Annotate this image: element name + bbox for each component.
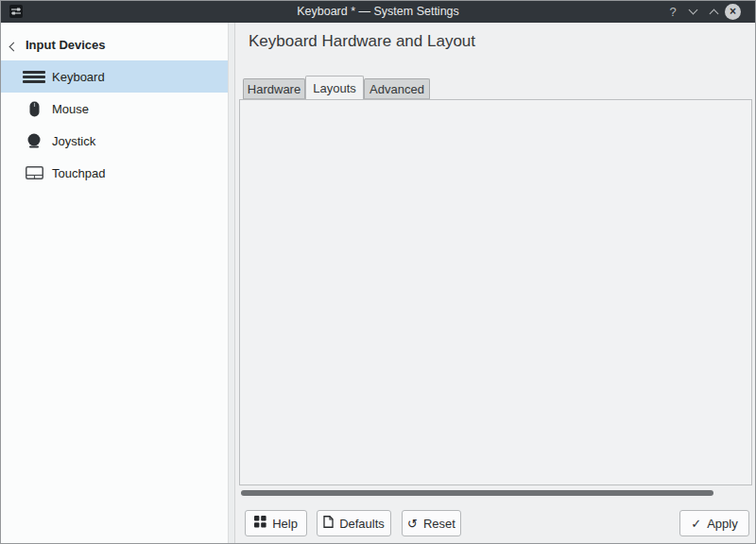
reset-button[interactable]: ↺ Reset bbox=[402, 510, 461, 536]
titlebar-help-button[interactable]: ? bbox=[665, 3, 680, 21]
sidebar-item-touchpad[interactable]: Touchpad bbox=[1, 157, 228, 189]
system-settings-window: Keyboard * — System Settings ? × Input D… bbox=[0, 0, 756, 544]
page-title: Keyboard Hardware and Layout bbox=[249, 32, 475, 51]
keyboard-icon bbox=[22, 71, 46, 83]
apply-button[interactable]: ✓ Apply bbox=[679, 510, 749, 536]
sidebar-item-label: Mouse bbox=[52, 102, 89, 116]
sidebar-header-label: Input Devices bbox=[26, 38, 106, 52]
sidebar-item-joystick[interactable]: Joystick bbox=[1, 125, 228, 157]
mouse-icon bbox=[22, 101, 46, 117]
close-button[interactable]: × bbox=[725, 4, 741, 20]
sidebar-item-mouse[interactable]: Mouse bbox=[1, 93, 228, 125]
help-button[interactable]: Help bbox=[245, 510, 307, 536]
document-revert-icon bbox=[323, 516, 334, 531]
joystick-icon bbox=[22, 133, 46, 148]
sidebar-item-label: Touchpad bbox=[52, 166, 105, 180]
sidebar-divider bbox=[228, 23, 235, 544]
tab-layouts[interactable]: Layouts bbox=[305, 76, 364, 99]
checkmark-icon: ✓ bbox=[691, 518, 701, 530]
horizontal-scrollbar[interactable] bbox=[241, 490, 713, 496]
help-grid-icon bbox=[254, 516, 266, 531]
sidebar: Input Devices Keyboard Mouse bbox=[1, 23, 228, 544]
tab-hardware[interactable]: Hardware bbox=[243, 78, 305, 99]
touchpad-icon bbox=[22, 166, 46, 179]
window-title: Keyboard * — System Settings bbox=[1, 1, 755, 23]
tab-advanced[interactable]: Advanced bbox=[364, 78, 430, 99]
back-chevron-icon[interactable] bbox=[9, 42, 19, 52]
defaults-button[interactable]: Defaults bbox=[317, 510, 391, 536]
sidebar-item-keyboard[interactable]: Keyboard bbox=[1, 60, 228, 93]
undo-icon: ↺ bbox=[407, 518, 418, 530]
sidebar-item-label: Joystick bbox=[52, 134, 95, 148]
sidebar-header: Input Devices bbox=[1, 28, 228, 57]
tab-panel bbox=[239, 99, 752, 485]
sidebar-item-label: Keyboard bbox=[52, 70, 105, 84]
